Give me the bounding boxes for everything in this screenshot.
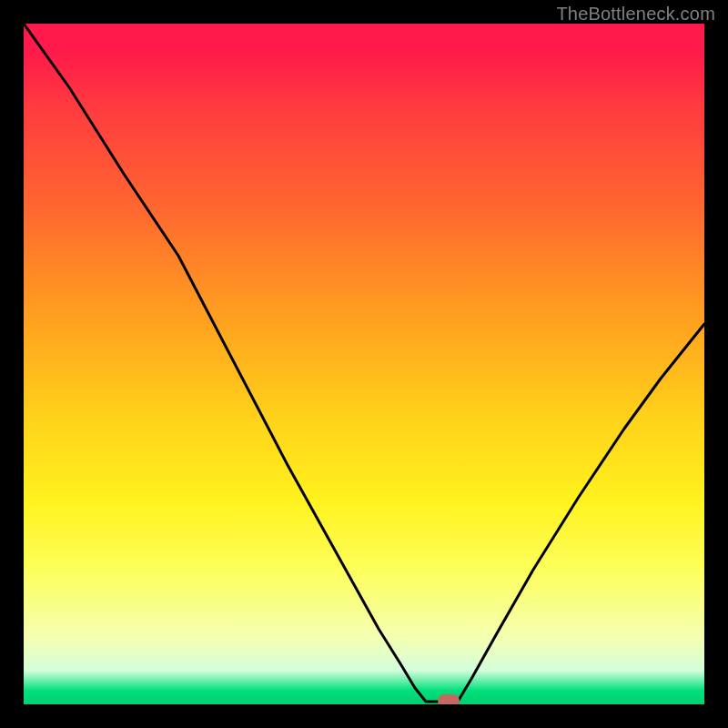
bottleneck-marker xyxy=(438,694,460,704)
watermark-text: TheBottleneck.com xyxy=(556,4,715,25)
bottleneck-curve xyxy=(24,24,704,704)
chart-stage: TheBottleneck.com xyxy=(0,0,728,728)
curve-path xyxy=(24,24,704,702)
plot-area xyxy=(24,24,704,704)
